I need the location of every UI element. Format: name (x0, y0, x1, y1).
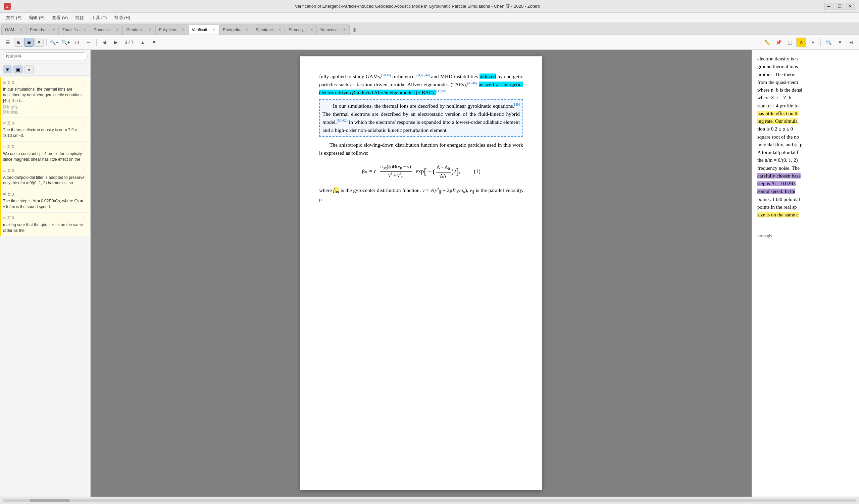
rp-highlight-16: carefully chosen base (757, 173, 801, 179)
annotation-5-page: ≡ 页 3 (3, 192, 14, 197)
rp-strongly-section: Strongly (757, 229, 854, 240)
menu-help[interactable]: 帮助 (H) (111, 14, 134, 22)
window-controls[interactable]: ─ ❐ ✕ (824, 3, 855, 10)
annotation-item-2[interactable]: ≡ 页 3 ⋮ The thermal electron density is … (0, 118, 90, 142)
tab-9[interactable]: Strongly ... ✕ (285, 25, 316, 34)
annotation-5-text: The time step is Δt = 0.02R0/Cs, where C… (3, 198, 86, 210)
separator-2 (96, 39, 97, 46)
next-page-button[interactable]: ▶ (111, 37, 121, 47)
sidebar-detail-view-button[interactable]: ▣ (13, 65, 23, 74)
sidebar-list-view-button[interactable]: ≡ (24, 65, 33, 74)
tab-3[interactable]: Geodesic... ✕ (90, 25, 123, 34)
menu-edit[interactable]: 编辑 (E) (26, 14, 48, 22)
highlight-beta-bae: as well as energetic-electron-driven β-i… (319, 81, 523, 95)
tab-4-close[interactable]: ✕ (149, 28, 152, 32)
tab-6[interactable]: Verificati... ✕ (188, 25, 219, 34)
rp-line-17: step is Δt = 0.02R₀ (757, 180, 854, 187)
pdf-page: fully applied to study GAMs,[10,15] turb… (300, 56, 542, 490)
search-input[interactable] (3, 52, 88, 60)
tab-5[interactable]: Fully kine... ✕ (155, 25, 188, 34)
menu-goto[interactable]: 前往 (72, 14, 87, 22)
sticky-note-button[interactable]: 📌 (773, 37, 784, 47)
menu-tools[interactable]: 工具 (T) (88, 14, 110, 22)
page-nav: 3 / 7 (125, 40, 134, 45)
annotation-1-menu[interactable]: ⋮ (81, 80, 86, 85)
annotation-1-header: ≡ 页 3 ⋮ (3, 80, 86, 85)
search-button[interactable]: 🔍 (824, 37, 833, 47)
pdf-viewer[interactable]: fully applied to study GAMs,[10,15] turb… (91, 50, 752, 497)
tab-10-close[interactable]: ✕ (343, 28, 346, 32)
annotation-item-4[interactable]: ≡ 页 3 ⋮ A toroidal/poloidal filter is ad… (0, 165, 90, 189)
formula-number: (1) (474, 167, 481, 176)
nav-up-button[interactable]: ▲ (138, 37, 148, 47)
dashed-highlight-block: In our simulations, the thermal ions are… (319, 99, 523, 137)
horizontal-scrollbar[interactable] (3, 499, 856, 502)
tab-add-button[interactable]: ⊞ (350, 25, 359, 34)
tab-2-close[interactable]: ✕ (83, 28, 86, 32)
annotation-1-add-tag[interactable]: 添加标签... (3, 110, 86, 115)
tab-8[interactable]: Spontane... ✕ (252, 25, 285, 34)
tab-1-close[interactable]: ✕ (52, 28, 55, 32)
annotation-item-6[interactable]: ≡ 页 3 ⋮ making sure that the grid size i… (0, 213, 90, 236)
annotation-6-header: ≡ 页 3 ⋮ (3, 215, 86, 221)
rp-line-13: A toroidal/poloidal f (757, 149, 854, 156)
area-select-button[interactable]: ⬚ (785, 37, 795, 47)
tab-1[interactable]: Perturbat... ✕ (26, 25, 58, 34)
annotation-item-3[interactable]: ≡ 页 3 ⋮ We use a constant q = 4 profile … (0, 142, 90, 165)
annotation-6-menu[interactable]: ⋮ (81, 215, 86, 221)
fit-page-button[interactable]: ⊡ (72, 37, 82, 47)
annotation-2-menu[interactable]: ⋮ (81, 121, 86, 126)
formula-block: f0α = c n0α(ψ)H(v0 − v) v3 + v3c exp [ −… (319, 163, 523, 180)
view-btn-list[interactable]: ≡ (34, 38, 44, 47)
tab-9-close[interactable]: ✕ (310, 28, 313, 32)
menu-file[interactable]: 文件 (F) (3, 14, 25, 22)
tab-8-close[interactable]: ✕ (278, 28, 281, 32)
tab-7-close[interactable]: ✕ (245, 28, 248, 32)
tab-4[interactable]: Geodesic... ✕ (122, 25, 155, 34)
menu-view[interactable]: 查看 (V) (49, 14, 71, 22)
right-panel-button[interactable]: ⊟ (846, 37, 856, 47)
tab-2[interactable]: Zonal flo... ✕ (59, 25, 90, 34)
annotation-5-menu[interactable]: ⋮ (81, 192, 86, 197)
tab-3-close[interactable]: ✕ (116, 28, 119, 32)
bar-icon-3: ≡ (3, 144, 6, 150)
more-tools-button[interactable]: ▾ (808, 37, 818, 47)
nav-down-button[interactable]: ▼ (149, 37, 159, 47)
sidebar-toggle-button[interactable]: ☰ (3, 37, 13, 47)
scrollbar-thumb[interactable] (30, 499, 70, 502)
annotation-4-menu[interactable]: ⋮ (81, 168, 86, 173)
annotation-item-1[interactable]: ≡ 页 3 ⋮ In our simulations, the thermal … (0, 77, 90, 118)
tab-8-label: Spontane... (256, 28, 276, 32)
tab-0-close[interactable]: ✕ (19, 28, 22, 32)
annotation-1-add-comment[interactable]: 添加评论 (3, 105, 86, 110)
tab-5-close[interactable]: ✕ (182, 28, 184, 32)
close-button[interactable]: ✕ (846, 3, 855, 10)
sidebar-grid-view-button[interactable]: ⊞ (3, 65, 12, 74)
tab-7[interactable]: Energetic... ✕ (219, 25, 252, 34)
tab-0[interactable]: GAM... ✕ (1, 25, 26, 34)
annotation-3-menu[interactable]: ⋮ (81, 144, 86, 150)
view-mode-buttons: ⊞ ▣ ≡ (14, 38, 44, 47)
bar-icon-6: ≡ (3, 215, 6, 221)
fit-width-button[interactable]: ↔ (84, 37, 94, 47)
rp-line-1: electron density is n (757, 55, 854, 63)
para2: In our simulations, the thermal ions are… (322, 102, 520, 134)
restore-button[interactable]: ❐ (835, 3, 844, 10)
tab-6-close[interactable]: ✕ (212, 28, 215, 32)
minimize-button[interactable]: ─ (824, 3, 833, 10)
rp-line-9: ing rate. Our simula (757, 118, 854, 125)
tab-10[interactable]: Numerica... ✕ (317, 25, 350, 34)
rp-text-block: electron density is n ground thermal ion… (757, 55, 854, 240)
highlight-button[interactable]: A (796, 37, 806, 47)
annotation-item-5[interactable]: ≡ 页 3 ⋮ The time step is Δt = 0.02R0/Cs,… (0, 189, 90, 213)
list-view-button[interactable]: ≡ (835, 37, 845, 47)
rp-text-15: frequency noise. The (757, 165, 800, 171)
view-btn-double[interactable]: ▣ (24, 38, 33, 47)
pen-tool-button[interactable]: ✏️ (762, 37, 772, 47)
annotation-2-header: ≡ 页 3 ⋮ (3, 121, 86, 126)
prev-page-button[interactable]: ◀ (99, 37, 109, 47)
view-btn-single[interactable]: ⊞ (14, 38, 24, 47)
zoom-out-button[interactable]: 🔍− (49, 37, 59, 47)
zoom-in-button[interactable]: 🔍+ (61, 37, 71, 47)
separator-3 (820, 39, 821, 46)
